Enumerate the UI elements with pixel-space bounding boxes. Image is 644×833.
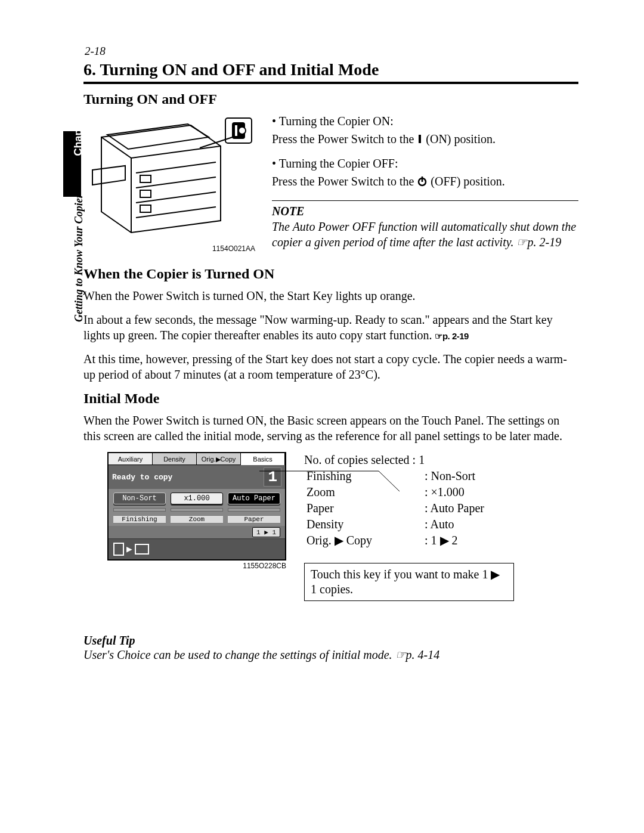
svg-rect-5 bbox=[234, 125, 238, 137]
useful-tip-body: User's Choice can be used to change the … bbox=[83, 648, 578, 662]
useful-tip-heading: Useful Tip bbox=[83, 633, 578, 648]
touch-panel: Auxiliary Density Orig.▶Copy Basics Read… bbox=[107, 452, 286, 561]
page-title: 6. Turning ON and OFF and Initial Mode bbox=[83, 60, 578, 79]
lbl-paper: Paper bbox=[228, 515, 280, 524]
svg-rect-7 bbox=[419, 135, 421, 143]
btn-zoom-value[interactable]: x1.000 bbox=[171, 493, 223, 504]
off-icon bbox=[417, 175, 428, 190]
svg-point-6 bbox=[239, 127, 246, 134]
side-tab: Chapter 2 Getting to Know Your Copier bbox=[63, 131, 83, 322]
note-body: The Auto Power OFF function will automat… bbox=[272, 219, 578, 250]
bullet-on-title: Turning the Copier ON: bbox=[272, 113, 578, 129]
callout-1to1: Touch this key if you want to make 1 ▶ 1… bbox=[304, 563, 514, 601]
bullet-off-title: Turning the Copier OFF: bbox=[272, 156, 578, 171]
btn-auto-paper[interactable]: Auto Paper bbox=[228, 493, 280, 504]
para-initial: When the Power Switch is turned ON, the … bbox=[83, 413, 578, 444]
btn-1to1[interactable]: 1 ▶ 1 bbox=[252, 527, 280, 537]
illustration-code-2: 1155O228CB bbox=[107, 562, 286, 570]
tab-basics[interactable]: Basics bbox=[241, 453, 285, 465]
panel-tabs: Auxiliary Density Orig.▶Copy Basics bbox=[109, 453, 285, 465]
page-number: 2-18 bbox=[85, 45, 578, 58]
tab-orig-copy[interactable]: Orig.▶Copy bbox=[197, 453, 241, 465]
svg-rect-2 bbox=[140, 205, 151, 212]
para-when-on-2: In about a few seconds, the message "Now… bbox=[83, 312, 578, 343]
svg-rect-0 bbox=[140, 175, 151, 182]
svg-rect-1 bbox=[140, 190, 151, 197]
heading-initial-mode: Initial Mode bbox=[83, 391, 578, 407]
note-heading: NOTE bbox=[272, 200, 578, 219]
initial-settings-list: No. of copies selected : 1 Finishing: No… bbox=[304, 452, 514, 601]
svg-rect-9 bbox=[422, 176, 423, 182]
bullet-off-body: Press the Power Switch to the (OFF) posi… bbox=[272, 174, 578, 190]
chapter-tab-label: Chapter 2 bbox=[72, 98, 85, 164]
lbl-zoom: Zoom bbox=[171, 515, 223, 524]
tab-density[interactable]: Density bbox=[153, 453, 197, 465]
heading-when-on: When the Copier is Turned ON bbox=[83, 266, 578, 282]
heading-turning-on-off: Turning ON and OFF bbox=[83, 91, 578, 107]
orientation-icon: ▶ bbox=[113, 543, 149, 556]
btn-non-sort[interactable]: Non-Sort bbox=[113, 493, 166, 504]
manual-page: Chapter 2 Getting to Know Your Copier 2-… bbox=[0, 0, 644, 833]
para-when-on-3: At this time, however, pressing of the S… bbox=[83, 351, 578, 382]
illustration-code-1: 1154O021AA bbox=[83, 244, 255, 253]
on-icon bbox=[417, 132, 423, 148]
panel-copy-count: 1 bbox=[264, 467, 281, 487]
copier-svg bbox=[83, 113, 255, 243]
lbl-finishing: Finishing bbox=[113, 515, 166, 524]
panel-status: Ready to copy bbox=[112, 473, 261, 482]
para-when-on-1: When the Power Switch is turned ON, the … bbox=[83, 288, 578, 304]
bullet-on-body: Press the Power Switch to the (ON) posit… bbox=[272, 131, 578, 148]
section-tab-label: Getting to Know Your Copier bbox=[73, 194, 85, 322]
tab-auxiliary[interactable]: Auxiliary bbox=[109, 453, 153, 465]
copier-illustration: 1154O021AA bbox=[83, 113, 255, 253]
title-rule bbox=[83, 82, 578, 84]
power-instructions: Turning the Copier ON: Press the Power S… bbox=[272, 113, 578, 250]
